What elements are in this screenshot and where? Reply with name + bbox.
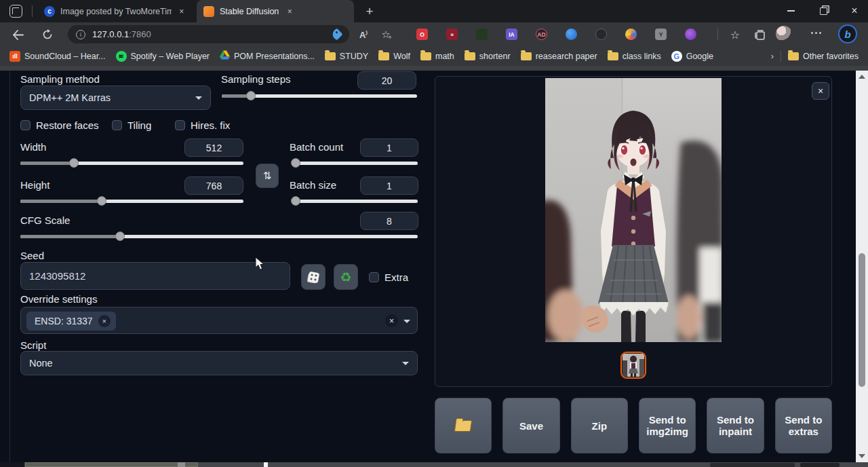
sampling-steps-slider[interactable] bbox=[222, 94, 417, 98]
site-info-icon[interactable]: i bbox=[76, 30, 85, 39]
new-tab-button[interactable]: + bbox=[361, 3, 378, 20]
purple-wave-extension-icon[interactable] bbox=[685, 29, 696, 40]
strip-highlight bbox=[178, 462, 185, 467]
override-chip[interactable]: ENSD: 31337 × bbox=[26, 312, 116, 331]
collections-icon[interactable] bbox=[751, 26, 768, 43]
swap-dimensions-button[interactable]: ⇅ bbox=[256, 164, 279, 188]
profile-avatar[interactable] bbox=[776, 26, 792, 42]
address-bar[interactable]: i 127.0.0.1 :7860 bbox=[68, 25, 349, 43]
checkbox-box[interactable] bbox=[175, 120, 185, 130]
batch-size-slider[interactable] bbox=[292, 200, 418, 203]
hscrollbar-thumb[interactable] bbox=[25, 462, 198, 467]
checkbox-box[interactable] bbox=[20, 120, 31, 130]
folder-icon bbox=[420, 52, 431, 60]
bookmark-study[interactable]: STUDY bbox=[325, 52, 368, 61]
bookmark-soundcloud[interactable]: ıll SoundCloud – Hear... bbox=[9, 51, 106, 62]
other-favorites[interactable]: Other favorites bbox=[788, 52, 859, 61]
folder-icon bbox=[325, 52, 336, 60]
pin-extension-icon[interactable] bbox=[595, 29, 607, 40]
height-value[interactable]: 768 bbox=[184, 176, 243, 195]
bookmark-class-links[interactable]: class links bbox=[608, 52, 661, 61]
red-o-extension-icon[interactable]: O bbox=[416, 29, 428, 40]
send-to-extras-button[interactable]: Send to extras bbox=[775, 398, 832, 453]
bookmark-spotify[interactable]: ≋ Spotify – Web Player bbox=[116, 51, 210, 62]
bookmarks-overflow-icon[interactable]: › bbox=[771, 51, 774, 61]
chevron-down-icon[interactable] bbox=[403, 320, 410, 323]
bookmark-pom-presentations[interactable]: POM Presentations... bbox=[220, 50, 315, 62]
chip-remove-icon[interactable]: × bbox=[98, 315, 111, 327]
tab-stable-diffusion[interactable]: Stable Diffusion × bbox=[197, 0, 354, 22]
workspaces-icon[interactable] bbox=[9, 5, 22, 18]
ad-extension-icon[interactable]: AD bbox=[536, 29, 547, 40]
tab-image-posted[interactable]: c Image posted by TwoMoreTimes × bbox=[37, 0, 193, 22]
override-settings-field[interactable]: ENSD: 31337 × × bbox=[20, 307, 418, 334]
reuse-seed-button[interactable]: ♻ bbox=[334, 264, 358, 290]
cfg-scale-slider[interactable] bbox=[20, 235, 418, 238]
cfg-scale-value[interactable]: 8 bbox=[360, 212, 418, 230]
hires-fix-checkbox[interactable]: Hires. fix bbox=[175, 119, 230, 131]
red-arrows-extension-icon[interactable]: » bbox=[446, 29, 458, 40]
output-gallery: × bbox=[435, 76, 832, 387]
tab-close-icon[interactable]: × bbox=[284, 6, 295, 17]
open-folder-button[interactable] bbox=[435, 398, 492, 453]
bookmark-google[interactable]: G Google bbox=[671, 51, 713, 62]
width-value[interactable]: 512 bbox=[184, 138, 243, 157]
recycle-icon: ♻ bbox=[340, 269, 351, 285]
back-icon[interactable] bbox=[9, 26, 26, 43]
restore-faces-checkbox[interactable]: Restore faces bbox=[20, 119, 99, 131]
checkbox-box[interactable] bbox=[369, 272, 379, 282]
send-to-inpaint-button[interactable]: Send to inpaint bbox=[707, 398, 764, 453]
seed-input[interactable]: 1243095812 bbox=[20, 262, 290, 290]
bookmark-wolf[interactable]: Wolf bbox=[378, 52, 410, 61]
height-slider[interactable] bbox=[20, 200, 243, 203]
add-favorite-icon[interactable]: ☆+ bbox=[378, 26, 395, 43]
gallery-thumbnail-selected[interactable] bbox=[620, 352, 646, 379]
batch-count-value[interactable]: 1 bbox=[360, 138, 418, 157]
height-label: Height bbox=[20, 179, 50, 191]
generated-image[interactable] bbox=[545, 78, 722, 342]
bookmark-reasearch-paper[interactable]: reasearch paper bbox=[521, 52, 597, 61]
window-restore-button[interactable] bbox=[810, 0, 837, 22]
script-dropdown[interactable]: None bbox=[20, 351, 418, 375]
window-minimize-button[interactable] bbox=[777, 0, 804, 22]
batch-count-slider[interactable] bbox=[292, 162, 418, 165]
shazam-extension-icon[interactable] bbox=[566, 29, 577, 40]
scroll-down-icon[interactable] bbox=[859, 454, 865, 458]
green-skull-extension-icon[interactable] bbox=[476, 29, 488, 40]
stable-diffusion-page: Sampling method DPM++ 2M Karras Sampling… bbox=[0, 71, 868, 462]
clear-all-icon[interactable]: × bbox=[385, 314, 398, 327]
save-button[interactable]: Save bbox=[502, 398, 559, 453]
y-extension-icon[interactable]: Y bbox=[655, 29, 667, 40]
width-slider[interactable] bbox=[20, 162, 243, 165]
extra-checkbox[interactable]: Extra bbox=[369, 272, 408, 283]
sampling-steps-value[interactable]: 20 bbox=[357, 71, 416, 90]
window-close-button[interactable]: × bbox=[841, 0, 868, 22]
send-to-img2img-button[interactable]: Send to img2img bbox=[639, 398, 696, 453]
random-seed-button[interactable] bbox=[301, 264, 326, 290]
browser-menu-icon[interactable] bbox=[811, 32, 821, 34]
ia-extension-icon[interactable]: IA bbox=[506, 29, 517, 40]
vertical-scrollbar[interactable] bbox=[856, 71, 868, 462]
sampling-method-dropdown[interactable]: DPM++ 2M Karras bbox=[20, 86, 211, 110]
tiling-checkbox[interactable]: Tiling bbox=[112, 119, 151, 131]
refresh-icon[interactable] bbox=[39, 26, 56, 43]
tab-close-icon[interactable]: × bbox=[177, 6, 186, 17]
read-aloud-icon[interactable]: A) bbox=[355, 26, 372, 43]
horizontal-scrollbar[interactable] bbox=[0, 462, 868, 467]
shopping-tag-icon[interactable] bbox=[330, 28, 342, 40]
batch-count-label: Batch count bbox=[290, 141, 343, 153]
bookmark-shortenr[interactable]: shortenr bbox=[465, 52, 511, 61]
bookmark-math[interactable]: math bbox=[420, 52, 454, 61]
taskbar-clock-sliver bbox=[800, 463, 840, 467]
zip-button[interactable]: Zip bbox=[571, 398, 628, 453]
batch-size-value[interactable]: 1 bbox=[360, 176, 418, 195]
override-settings-label: Override settings bbox=[20, 293, 97, 305]
gallery-close-button[interactable]: × bbox=[812, 82, 829, 100]
scrollbar-thumb[interactable] bbox=[859, 253, 865, 387]
url-port: :7860 bbox=[129, 29, 151, 39]
bing-chat-icon[interactable]: b bbox=[838, 24, 857, 43]
globe-extension-icon[interactable] bbox=[625, 29, 637, 40]
scroll-up-icon[interactable] bbox=[859, 75, 865, 79]
favorites-hub-icon[interactable]: ☆ bbox=[727, 26, 743, 43]
checkbox-box[interactable] bbox=[112, 120, 122, 130]
